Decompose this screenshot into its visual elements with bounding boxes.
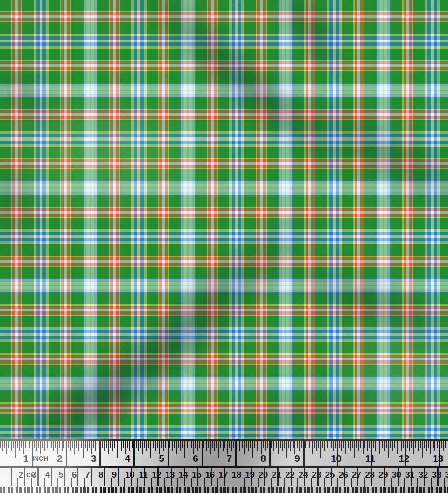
cm-number: 12 — [152, 470, 161, 480]
inch-tick — [119, 441, 119, 448]
inch-tick — [254, 441, 255, 448]
cm-number: 30 — [392, 470, 401, 480]
ruler: INCH 12345678910111213 CM 23456789101112… — [0, 439, 448, 493]
inch-tick — [354, 441, 355, 458]
inch-tick — [189, 441, 189, 451]
cm-number: 34 — [445, 470, 448, 480]
inch-tick — [286, 441, 287, 458]
inch-tick — [110, 441, 111, 448]
inch-tick — [418, 441, 419, 451]
inch-tick — [433, 441, 434, 448]
inch-tick — [38, 441, 39, 448]
inch-tick — [415, 441, 416, 448]
inch-tick — [72, 441, 73, 448]
inch-tick — [407, 441, 408, 448]
inch-tick — [2, 441, 3, 451]
inch-tick — [312, 441, 313, 454]
inch-tick — [155, 441, 156, 451]
cm-number: 2 — [19, 470, 23, 480]
inch-line — [32, 441, 33, 466]
cm-line — [24, 468, 26, 486]
inch-number: 6 — [193, 453, 198, 464]
inch-tick — [437, 441, 438, 448]
inch-tick — [428, 441, 429, 448]
inch-number: 5 — [159, 453, 164, 464]
inch-tick — [55, 441, 56, 448]
inch-tick — [210, 441, 211, 454]
inch-tick — [17, 441, 18, 448]
inch-tick — [212, 441, 213, 448]
inch-tick — [424, 441, 425, 448]
inch-tick — [358, 441, 359, 451]
inch-tick — [409, 441, 410, 451]
inch-tick — [250, 441, 251, 448]
inch-tick — [70, 441, 71, 451]
fabric-swatch-photo: INCH 12345678910111213 CM 23456789101112… — [0, 0, 448, 493]
inch-unit-label: INCH — [32, 455, 48, 462]
inch-tick — [252, 441, 253, 458]
inch-tick — [227, 441, 228, 454]
inch-tick — [191, 441, 192, 448]
inch-tick — [422, 441, 423, 458]
inch-tick — [44, 441, 45, 451]
inch-tick — [125, 441, 126, 454]
plaid-fabric — [0, 0, 448, 439]
cm-line — [104, 468, 105, 486]
inch-tick — [216, 441, 217, 448]
inch-tick — [282, 441, 283, 451]
cm-number: 19 — [245, 470, 254, 480]
inch-tick — [223, 441, 224, 451]
inch-tick — [244, 441, 245, 454]
inch-tick — [401, 441, 402, 451]
inch-tick — [288, 441, 289, 448]
inch-tick — [339, 441, 340, 448]
inch-tick — [316, 441, 317, 451]
inch-tick — [161, 441, 162, 448]
inch-tick — [293, 441, 294, 448]
inch-tick — [57, 441, 58, 454]
inch-tick — [350, 441, 351, 451]
inch-tick — [356, 441, 357, 448]
inch-number: 7 — [227, 453, 232, 464]
inch-tick — [229, 441, 230, 448]
cm-number: 32 — [419, 470, 428, 480]
inch-tick — [176, 441, 177, 454]
inch-tick — [102, 441, 103, 448]
inch-tick — [246, 441, 247, 448]
inch-tick — [93, 441, 94, 448]
inch-tick — [178, 441, 179, 448]
inch-tick — [273, 441, 274, 451]
inch-tick — [184, 441, 185, 458]
inch-number: 10 — [331, 453, 341, 464]
inch-tick — [411, 441, 412, 448]
inch-tick — [78, 441, 79, 451]
cm-line — [37, 468, 39, 486]
cm-line — [11, 468, 12, 486]
inch-line — [66, 441, 67, 466]
inch-tick — [399, 441, 399, 448]
cm-line — [77, 468, 79, 486]
inch-tick — [132, 441, 133, 448]
cm-number: 18 — [232, 470, 241, 480]
inch-tick — [148, 441, 149, 448]
inch-tick — [34, 441, 35, 448]
inch-tick — [129, 441, 130, 451]
inch-tick — [352, 441, 353, 448]
inch-number: 9 — [294, 453, 300, 464]
inch-tick — [136, 441, 137, 448]
inch-tick — [68, 441, 69, 448]
inch-tick — [373, 441, 374, 448]
inch-tick — [324, 441, 325, 451]
inch-line — [269, 441, 271, 466]
inch-line — [99, 441, 101, 466]
inch-tick — [157, 441, 158, 448]
inch-tick — [187, 441, 188, 448]
inch-tick — [169, 441, 170, 448]
inch-tick — [248, 441, 249, 451]
inch-tick — [426, 441, 427, 451]
inch-tick — [430, 441, 431, 454]
inch-tick — [403, 441, 404, 448]
inch-tick — [104, 441, 105, 451]
inch-tick — [91, 441, 92, 454]
inch-tick — [142, 441, 143, 454]
